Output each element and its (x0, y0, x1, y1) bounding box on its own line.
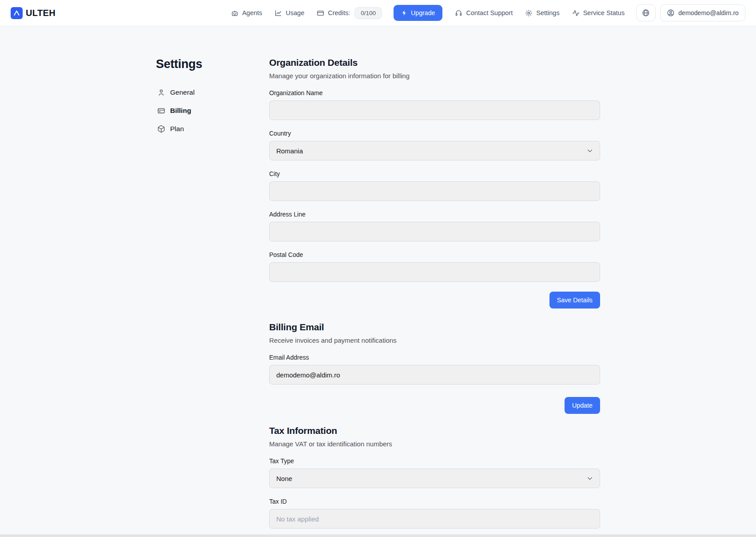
nav-credits[interactable]: Credits: 0/100 (317, 7, 382, 19)
nav-credits-label: Credits: (328, 9, 350, 16)
save-details-button[interactable]: Save Details (549, 292, 600, 309)
gear-icon (525, 9, 533, 17)
section-subtitle: Manage your organization information for… (269, 72, 600, 80)
nav-agents-label: Agents (242, 9, 262, 16)
nav-usage[interactable]: Usage (275, 9, 304, 17)
sidebar-item-plan[interactable]: Plan (156, 124, 269, 134)
tax-type-select[interactable]: None (269, 469, 600, 488)
update-email-button[interactable]: Update (565, 397, 600, 414)
credit-card-icon (157, 107, 165, 115)
settings-sidebar: Settings GeneralBillingPlan (156, 57, 269, 537)
globe-icon (642, 9, 650, 17)
tax-id-label: Tax ID (269, 498, 600, 505)
upgrade-label: Upgrade (411, 9, 435, 16)
upgrade-button[interactable]: Upgrade (394, 5, 442, 21)
sidebar-item-billing[interactable]: Billing (156, 105, 269, 116)
email-address-label: Email Address (269, 354, 600, 361)
tax-id-input[interactable] (269, 509, 600, 529)
language-button[interactable] (636, 4, 656, 21)
organization-details-section: Organization Details Manage your organiz… (269, 57, 600, 309)
line-chart-icon (275, 9, 282, 17)
user-icon (157, 88, 165, 96)
country-select[interactable]: Romania (269, 141, 600, 160)
country-label: Country (269, 130, 600, 137)
address-line-input[interactable] (269, 222, 600, 241)
account-button[interactable]: demodemo@aldim.ro (660, 4, 745, 21)
user-circle-icon (667, 9, 675, 17)
sidebar-item-label: Billing (170, 107, 191, 115)
nav-settings[interactable]: Settings (525, 9, 559, 17)
logo-icon (11, 7, 23, 19)
postal-code-label: Postal Code (269, 251, 600, 258)
account-email: demodemo@aldim.ro (678, 9, 739, 16)
lightning-icon (401, 10, 407, 16)
sidebar-item-general[interactable]: General (156, 87, 269, 98)
navbar-actions: Agents Usage Credits: 0/100 Upgrade Cont… (219, 4, 745, 21)
tax-type-value: None (276, 475, 292, 482)
organization-fields: Organization NameCountryRomaniaCityAddre… (269, 89, 600, 282)
chevron-down-icon (586, 147, 594, 155)
brand-name: ULTEH (26, 8, 56, 18)
billing-settings-main: Organization Details Manage your organiz… (269, 57, 600, 537)
nav-contact-support-label: Contact Support (466, 9, 513, 16)
section-subtitle: Manage VAT or tax identification numbers (269, 440, 600, 448)
chevron-down-icon (586, 474, 594, 482)
nav-contact-support[interactable]: Contact Support (455, 9, 513, 17)
headset-icon (455, 9, 462, 17)
city-input[interactable] (269, 181, 600, 201)
address-line-label: Address Line (269, 211, 600, 218)
section-title: Organization Details (269, 57, 600, 68)
nav-service-status[interactable]: Service Status (572, 9, 625, 17)
credits-badge: 0/100 (354, 7, 382, 19)
top-navbar: ULTEH Agents Usage Credits: 0/100 Upgrad… (0, 0, 756, 26)
page-title: Settings (156, 57, 269, 71)
settings-nav: GeneralBillingPlan (156, 87, 269, 134)
section-title: Tax Information (269, 425, 600, 436)
nav-service-status-label: Service Status (583, 9, 625, 16)
settings-page: Settings GeneralBillingPlan Organization… (156, 26, 600, 537)
tax-type-label: Tax Type (269, 457, 600, 465)
country-value: Romania (276, 147, 303, 155)
nav-settings-label: Settings (536, 9, 559, 16)
city-label: City (269, 170, 600, 177)
nav-usage-label: Usage (286, 9, 304, 16)
organization-name-label: Organization Name (269, 89, 600, 96)
billing-email-section: Billing Email Receive invoices and payme… (269, 322, 600, 414)
sidebar-item-label: Plan (170, 125, 184, 133)
package-icon (157, 125, 165, 133)
section-title: Billing Email (269, 322, 600, 333)
page-bottom-strip (0, 534, 756, 537)
postal-code-input[interactable] (269, 262, 600, 282)
bot-icon (231, 9, 239, 17)
nav-agents[interactable]: Agents (231, 9, 262, 17)
credit-card-icon (317, 9, 324, 17)
section-subtitle: Receive invoices and payment notificatio… (269, 337, 600, 344)
tax-information-section: Tax Information Manage VAT or tax identi… (269, 425, 600, 529)
activity-icon (572, 9, 580, 17)
organization-name-input[interactable] (269, 100, 600, 120)
sidebar-item-label: General (170, 88, 195, 96)
email-address-input[interactable] (269, 365, 600, 385)
app-logo[interactable]: ULTEH (11, 7, 56, 19)
